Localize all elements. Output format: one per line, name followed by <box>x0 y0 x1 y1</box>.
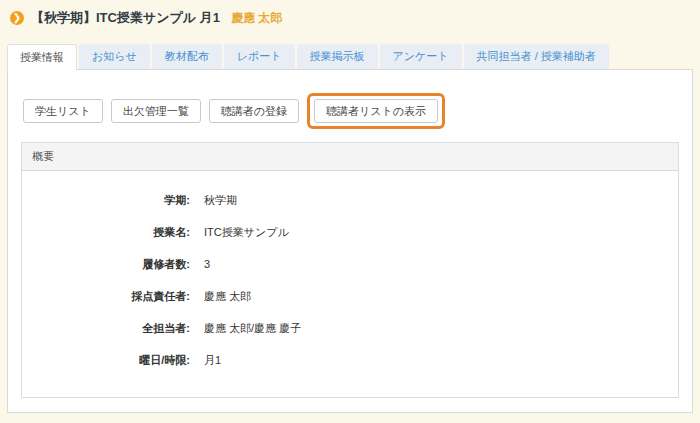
overview-row-day-period: 曜日/時限: 月1 <box>22 344 678 376</box>
row-value: 慶應 太郎 <box>204 288 251 304</box>
tab-materials[interactable]: 教材配布 <box>152 44 222 69</box>
row-value: ITC授業サンプル <box>204 224 289 240</box>
overview-row-enrolled-count: 履修者数: 3 <box>22 248 678 280</box>
row-value: 月1 <box>204 352 221 368</box>
row-value: 3 <box>204 256 210 272</box>
student-list-button[interactable]: 学生リスト <box>23 99 103 123</box>
attendance-management-button[interactable]: 出欠管理一覧 <box>111 99 201 123</box>
overview-box-body: 学期: 秋学期 授業名: ITC授業サンプル 履修者数: 3 採点責任者: 慶應… <box>22 171 678 397</box>
row-label: 全担当者: <box>22 320 190 336</box>
overview-row-all-instructors: 全担当者: 慶應 太郎/慶應 慶子 <box>22 312 678 344</box>
overview-row-grading-manager: 採点責任者: 慶應 太郎 <box>22 280 678 312</box>
tab-bar: 授業情報 お知らせ 教材配布 レポート 授業掲示板 アンケート 共同担当者 / … <box>0 44 700 69</box>
row-value: 秋学期 <box>204 192 237 208</box>
row-label: 履修者数: <box>22 256 190 272</box>
overview-box-title: 概要 <box>22 143 678 171</box>
chevron-right-circle-icon: ❯ <box>10 11 24 25</box>
tab-surveys[interactable]: アンケート <box>380 44 462 69</box>
highlight-annotation: 聴講者リストの表示 <box>307 93 445 129</box>
overview-row-semester: 学期: 秋学期 <box>22 184 678 216</box>
row-label: 曜日/時限: <box>22 352 190 368</box>
overview-row-course-name: 授業名: ITC授業サンプル <box>22 216 678 248</box>
tab-reports[interactable]: レポート <box>224 44 295 69</box>
register-auditor-button[interactable]: 聴講者の登録 <box>209 99 299 123</box>
row-label: 授業名: <box>22 224 190 240</box>
course-owner-name: 慶應 太郎 <box>231 10 282 27</box>
tab-announcements[interactable]: お知らせ <box>79 44 150 69</box>
row-value: 慶應 太郎/慶應 慶子 <box>204 320 301 336</box>
course-info-panel: 学生リスト 出欠管理一覧 聴講者の登録 聴講者リストの表示 概要 学期: 秋学期… <box>7 69 693 413</box>
tab-co-instructors[interactable]: 共同担当者 / 授業補助者 <box>464 44 609 69</box>
show-auditor-list-button[interactable]: 聴講者リストの表示 <box>314 99 438 123</box>
overview-box: 概要 学期: 秋学期 授業名: ITC授業サンプル 履修者数: 3 採点責任者:… <box>21 142 679 398</box>
row-label: 採点責任者: <box>22 288 190 304</box>
page-title: 【秋学期】ITC授業サンプル 月1 <box>31 9 220 27</box>
tab-class-board[interactable]: 授業掲示板 <box>297 44 378 69</box>
toolbar: 学生リスト 出欠管理一覧 聴講者の登録 聴講者リストの表示 <box>23 99 692 123</box>
row-label: 学期: <box>22 192 190 208</box>
tab-course-info[interactable]: 授業情報 <box>7 44 77 70</box>
page-header: ❯ 【秋学期】ITC授業サンプル 月1 慶應 太郎 <box>0 0 700 33</box>
